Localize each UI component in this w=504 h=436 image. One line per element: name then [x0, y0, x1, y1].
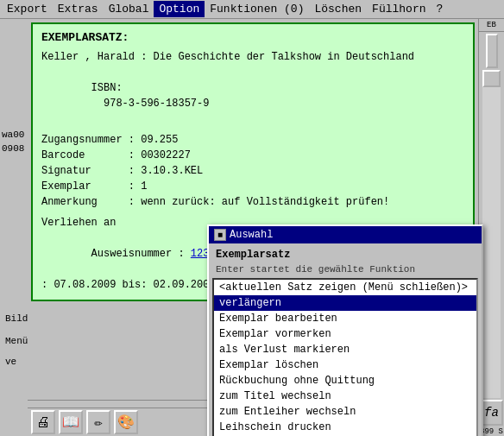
fa-icon: fa [481, 400, 503, 426]
dialog-icon: ■ [214, 229, 226, 241]
menu-option[interactable]: Option [154, 1, 205, 17]
anmerkung-line: Anmerkung : wenn zurück: auf Vollständig… [41, 194, 464, 210]
menu-loeschen[interactable]: Löschen [309, 1, 367, 17]
bild-label: Bild [5, 313, 28, 324]
list-item-6[interactable]: Rückbuchung ohne Quittung [214, 373, 476, 389]
list-item-0[interactable]: <aktuellen Satz zeigen (Menü schließen)> [214, 280, 476, 295]
isbn-line: ISBN: 978-3-596-18357-9 [41, 65, 464, 127]
signatur-line: Signatur : 3.10.3.KEL [41, 163, 464, 179]
dialog-instruction: Enter startet die gewählte Funktion [212, 262, 478, 276]
list-item-4[interactable]: als Verlust markieren [214, 342, 476, 357]
right-scroll-up[interactable] [486, 34, 498, 68]
exemplar-line: Exemplar : 1 [41, 179, 464, 194]
menu-extras[interactable]: Extras [53, 1, 104, 17]
list-item-1[interactable]: verlängern [214, 295, 476, 311]
corner-label-num: 0908 [2, 143, 24, 154]
book-title: Keller , Harald : Die Geschichte der Tal… [41, 49, 464, 65]
corner-label-wa: wa00 [2, 130, 24, 140]
menu-export[interactable]: Export [2, 1, 53, 17]
list-item-9[interactable]: Leihschein drucken [214, 420, 476, 435]
ve-label: ve [5, 357, 16, 367]
list-item-5[interactable]: Exemplar löschen [214, 357, 476, 373]
icon-printer[interactable]: 🖨 [31, 410, 55, 434]
isbn-value: 978-3-596-18357-9 [91, 98, 210, 110]
isbn-label: ISBN: [91, 82, 123, 94]
icon-book[interactable]: 📖 [59, 410, 83, 434]
list-item-8[interactable]: zum Entleiher wechseln [214, 404, 476, 420]
dialog-section: Exemplarsatz [212, 247, 478, 262]
menu-label: Menü [5, 336, 28, 346]
right-top-label: EB [479, 19, 504, 32]
menu-funktionen[interactable]: Funktionen (0) [205, 1, 309, 17]
dialog-title: Auswahl [230, 229, 476, 241]
menu-fuellhorn[interactable]: Füllhorn [367, 1, 431, 17]
menu-help[interactable]: ? [432, 1, 449, 17]
auswahl-dialog: ■ Auswahl Exemplarsatz Enter startet die… [207, 224, 483, 436]
right-scrollbar-track [482, 70, 501, 398]
dialog-body: Exemplarsatz Enter startet die gewählte … [209, 243, 482, 436]
list-item-2[interactable]: Exemplar bearbeiten [214, 311, 476, 326]
barcode-line: Barcode : 00302227 [41, 148, 464, 163]
dialog-titlebar: ■ Auswahl [209, 226, 482, 243]
dialog-list: <aktuellen Satz zeigen (Menü schließen)>… [212, 278, 478, 436]
zugangsnummer-line: Zugangsnummer : 09.255 [41, 132, 464, 148]
menubar: Export Extras Global Option Funktionen (… [0, 0, 504, 19]
menu-global[interactable]: Global [104, 1, 154, 17]
icon-palette[interactable]: 🎨 [114, 410, 138, 434]
right-scroll-thumb[interactable] [482, 70, 501, 87]
exemplar-title: EXEMPLARSATZ: [41, 31, 464, 44]
icon-pen[interactable]: ✏️ [86, 410, 110, 434]
list-item-3[interactable]: Exemplar vormerken [214, 326, 476, 342]
list-item-7[interactable]: zum Titel wechseln [214, 389, 476, 404]
